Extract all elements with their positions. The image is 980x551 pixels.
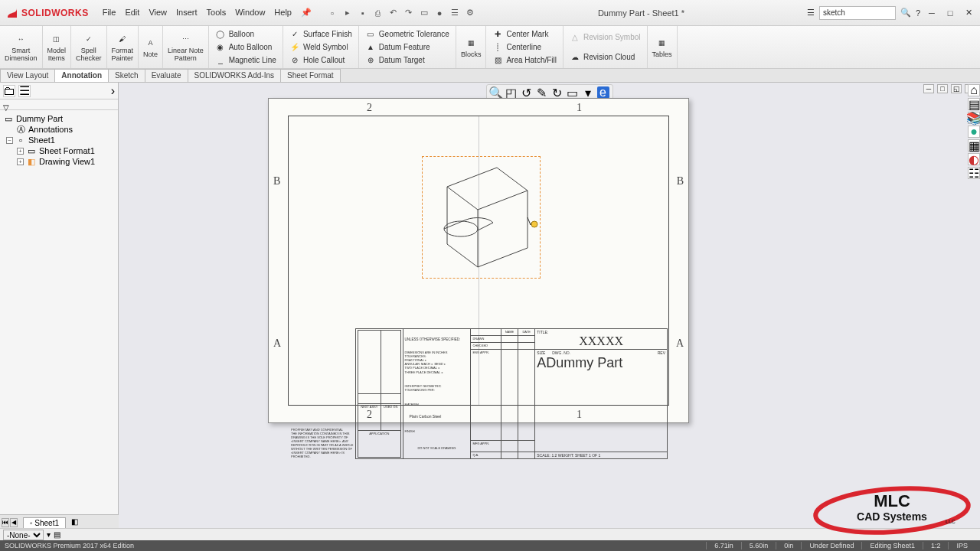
appearances-icon[interactable]: ◐: [968, 153, 980, 165]
design-library-icon[interactable]: 📚: [968, 112, 980, 124]
status-units[interactable]: IPS: [948, 542, 975, 549]
tree-drawing-view[interactable]: + ◧ Drawing View1: [2, 156, 116, 167]
open-icon[interactable]: ▸: [342, 8, 353, 18]
custom-props-icon[interactable]: ☷: [968, 167, 980, 179]
feature-tree-tab-icon[interactable]: 🗀: [3, 85, 15, 97]
search-icon[interactable]: 🔍: [900, 8, 911, 18]
drawing-sheet[interactable]: 2 1 2 1 B A B A: [268, 98, 689, 423]
mdi-min-button[interactable]: ─: [923, 84, 934, 93]
filter-tree-icon[interactable]: ▽: [3, 103, 9, 112]
collapse-icon[interactable]: −: [6, 137, 13, 144]
app-logo: SOLIDWORKS: [0, 7, 95, 19]
tab-view-layout[interactable]: View Layout: [0, 69, 55, 82]
note-button[interactable]: ANote: [139, 26, 163, 68]
drawing-name: ADummy Part: [537, 355, 665, 371]
sheet1-tab[interactable]: ▫ Sheet1: [23, 517, 66, 528]
expand-icon[interactable]: +: [17, 148, 24, 155]
smart-dimension-button[interactable]: ↔SmartDimension: [0, 26, 43, 68]
search-input[interactable]: sketch: [819, 6, 896, 20]
menu-edit[interactable]: Edit: [125, 8, 139, 18]
spell-checker-button[interactable]: ✓SpellChecker: [71, 26, 107, 68]
zoom-area-icon[interactable]: ◰: [505, 86, 518, 99]
minimize-button[interactable]: ─: [925, 8, 939, 18]
layer-select[interactable]: -None-: [3, 530, 44, 540]
sheet-nav-prev[interactable]: ◀: [10, 518, 18, 527]
weld-symbol-button[interactable]: ⚡Weld Symbol: [288, 42, 354, 53]
settings-gear-icon[interactable]: ⚙: [465, 8, 475, 18]
tab-sheet-format[interactable]: Sheet Format: [280, 69, 341, 82]
menu-insert[interactable]: Insert: [176, 8, 198, 18]
close-button[interactable]: ✕: [962, 8, 975, 18]
menu-help[interactable]: Help: [274, 8, 292, 18]
options-icon[interactable]: ☰: [449, 8, 460, 18]
zoom-fit-icon[interactable]: 🔍: [490, 86, 502, 99]
drawing-canvas[interactable]: 🔍 ◰ ↺ ✎ ↻ ▭ ▾ e ─ □ ◱ ✕ 2 1 2 1 B A B A: [119, 83, 980, 528]
display-style-icon[interactable]: ↻: [551, 86, 564, 99]
blocks-button[interactable]: ▦Blocks: [456, 26, 487, 68]
mdi-max-button[interactable]: ◱: [951, 84, 962, 93]
isometric-part[interactable]: [424, 160, 539, 275]
maximize-button[interactable]: □: [943, 8, 957, 18]
menu-file[interactable]: File: [103, 8, 116, 18]
auto-balloon-button[interactable]: ◉Auto Balloon: [214, 42, 278, 53]
datum-feature-button[interactable]: ▲Datum Feature: [364, 42, 451, 53]
layer-props-icon[interactable]: ▤: [54, 530, 60, 539]
print-icon[interactable]: ⎙: [373, 8, 384, 18]
document-title: Dummy Part - Sheet1 *: [475, 8, 807, 18]
title-block[interactable]: PROPRIETARY AND CONFIDENTIAL THE INFORMA…: [289, 328, 668, 403]
hole-callout-button[interactable]: ⊘Hole Callout: [288, 55, 354, 66]
sidebar-expand-icon[interactable]: ›: [111, 84, 115, 98]
tables-button[interactable]: ▦Tables: [648, 26, 678, 68]
select-icon[interactable]: ▭: [419, 8, 430, 18]
model-items-button[interactable]: ◫ModelItems: [43, 26, 72, 68]
centerline-icon: ┊: [492, 42, 503, 53]
save-icon[interactable]: ▪: [358, 8, 368, 18]
view-palette-icon[interactable]: ▦: [968, 139, 980, 152]
redo-icon[interactable]: ↷: [403, 8, 414, 18]
tab-annotation[interactable]: Annotation: [54, 69, 109, 82]
help-icon[interactable]: ?: [916, 8, 920, 18]
surface-finish-button[interactable]: ✓Surface Finish: [288, 29, 354, 40]
tab-sketch[interactable]: Sketch: [108, 69, 145, 82]
magnetic-line-button[interactable]: ⎯Magnetic Line: [214, 55, 278, 66]
tree-sheet1[interactable]: − ▫ Sheet1: [2, 135, 116, 145]
view-settings-icon[interactable]: ▾: [582, 86, 594, 99]
menu-tools[interactable]: Tools: [207, 8, 227, 18]
prev-view-icon[interactable]: ↺: [521, 86, 533, 99]
area-hatch-button[interactable]: ▨Area Hatch/Fill: [491, 55, 558, 66]
revision-cloud-button[interactable]: ☁Revision Cloud: [568, 51, 642, 62]
3d-view-icon[interactable]: e: [597, 86, 609, 99]
menu-window[interactable]: Window: [235, 8, 265, 18]
center-mark-button[interactable]: ✚Center Mark: [491, 29, 558, 40]
tree-sheet-format[interactable]: + ▭ Sheet Format1: [2, 145, 116, 156]
hide-show-icon[interactable]: ▭: [567, 86, 579, 99]
status-scale[interactable]: 1:2: [923, 542, 949, 549]
new-icon[interactable]: ▫: [327, 8, 338, 18]
geometric-tolerance-button[interactable]: ▭Geometric Tolerance: [364, 29, 451, 40]
format-painter-button[interactable]: 🖌FormatPainter: [107, 26, 139, 68]
sheet-nav-first[interactable]: ⏮: [2, 518, 9, 527]
property-manager-tab-icon[interactable]: ☰: [18, 85, 31, 97]
resources-icon[interactable]: ▤: [968, 98, 980, 110]
centerline-button[interactable]: ┊Centerline: [491, 42, 558, 53]
tree-annotations[interactable]: Ⓐ Annotations: [2, 124, 116, 135]
mdi-restore-button[interactable]: □: [937, 84, 948, 93]
undo-icon[interactable]: ↶: [388, 8, 399, 18]
rebuild-icon[interactable]: ●: [434, 8, 445, 18]
search-commands-icon[interactable]: ☰: [807, 8, 815, 18]
tree-root[interactable]: ▭ Dummy Part: [2, 113, 116, 124]
pin-icon[interactable]: 📌: [301, 8, 312, 18]
tab-evaluate[interactable]: Evaluate: [145, 69, 188, 82]
menu-view[interactable]: View: [149, 8, 167, 18]
datum-target-button[interactable]: ⊕Datum Target: [364, 55, 451, 66]
section-view-icon[interactable]: ✎: [536, 86, 548, 99]
layer-dropdown-icon[interactable]: ▾: [47, 530, 51, 539]
home-icon[interactable]: ⌂: [968, 84, 980, 96]
magnetic-line-icon: ⎯: [215, 55, 226, 66]
linear-note-pattern-button[interactable]: ⋯Linear NotePattern: [163, 26, 209, 68]
balloon-button[interactable]: ◯Balloon: [214, 29, 278, 40]
tab-addins[interactable]: SOLIDWORKS Add-Ins: [188, 69, 281, 82]
add-sheet-button[interactable]: ◧: [69, 517, 80, 528]
expand-icon[interactable]: +: [17, 158, 24, 165]
file-explorer-icon[interactable]: ●: [968, 126, 980, 138]
